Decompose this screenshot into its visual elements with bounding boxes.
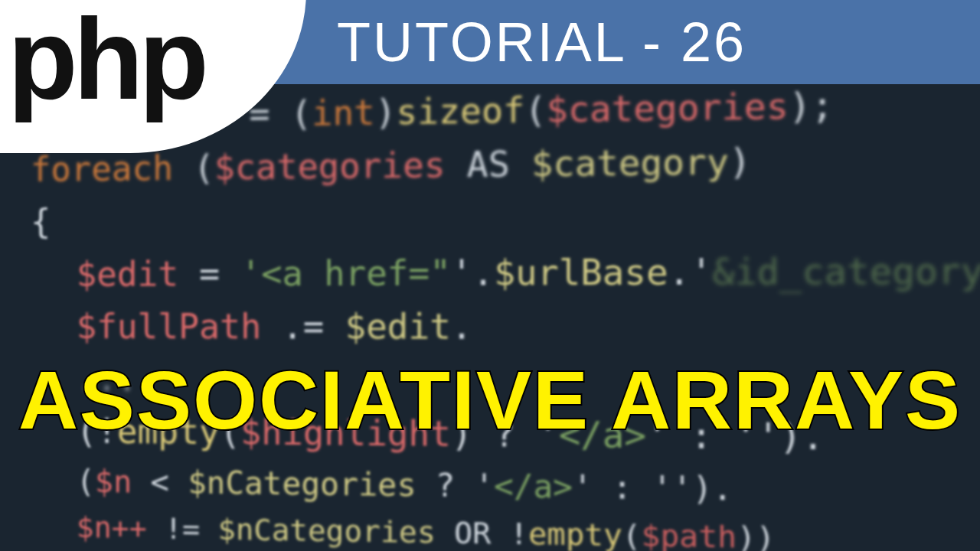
php-logo-text: php [8, 13, 204, 105]
thumbnail: s = (int)sizeof($categories); foreach ($… [0, 0, 980, 551]
topic-title: ASSOCIATIVE ARRAYS [0, 352, 980, 448]
header-title: TUTORIAL - 26 [337, 11, 746, 73]
